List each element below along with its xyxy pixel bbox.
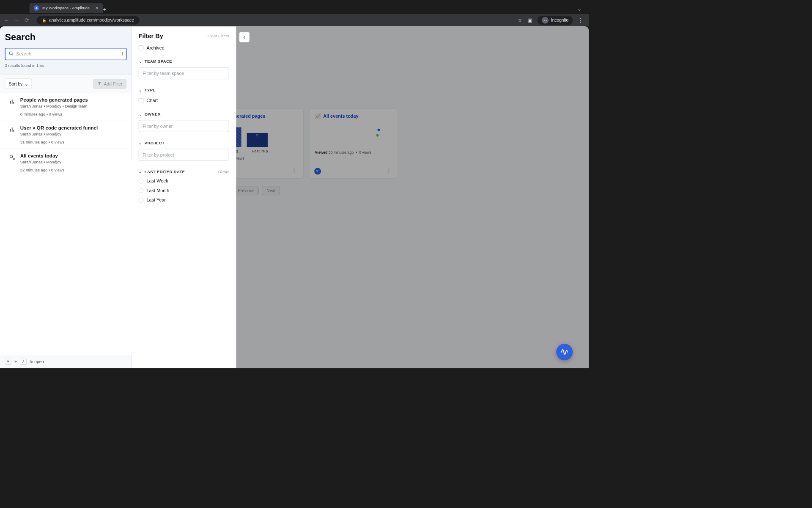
shortcut-label: to open [30,359,44,364]
search-results-count: 3 results found in 1ms [5,63,127,68]
chevron-down-icon: ⌄ [139,112,142,116]
team-space-section-header[interactable]: ⌄ TEAM SPACE [139,59,229,64]
last-week-radio[interactable]: Last Week [139,178,229,183]
chevron-left-icon: ‹ [244,34,245,40]
search-result[interactable]: User > QR code generated funnel Sarah Jo… [0,121,132,149]
radio-icon[interactable] [139,188,144,193]
bar-chart-icon [8,99,16,116]
lock-icon: 🔒 [42,18,47,22]
search-results-list: People who generated pages Sarah Jonas •… [0,93,132,355]
chevron-down-icon: ⌄ [25,81,28,86]
search-icon [8,51,14,57]
radio-label: Last Week [147,178,168,183]
text-cursor-icon: I [121,51,123,57]
svg-rect-3 [12,99,13,104]
search-input[interactable] [16,51,119,57]
project-filter-input[interactable] [139,149,229,161]
collapse-panel-button[interactable]: ‹ [239,32,250,42]
checkbox-icon[interactable] [139,98,144,103]
svg-line-10 [12,157,13,158]
kbd-slash: / [20,359,26,365]
kbd-mod: ⌘ [5,359,11,365]
clear-section-link[interactable]: Clear [218,169,229,174]
sort-by-label: Sort by [9,81,22,86]
radio-icon[interactable] [139,198,144,203]
svg-point-8 [10,155,13,157]
last-edited-section-header[interactable]: ⌄ LAST EDITED DATE Clear [139,169,229,174]
browser-toolbar: ← → ⟳ 🔒 analytics.amplitude.com/moodjoy/… [0,14,589,26]
svg-rect-7 [13,130,14,132]
funnel-icon [8,155,16,172]
tabs-overflow-icon[interactable]: ⌄ [577,6,581,12]
search-result[interactable]: People who generated pages Sarah Jonas •… [0,93,132,121]
svg-rect-4 [13,102,14,104]
result-footer: 6 minutes ago • 0 views [20,112,88,116]
browser-url-text: analytics.amplitude.com/moodjoy/workspac… [49,18,134,23]
svg-rect-6 [12,127,13,132]
extensions-icon[interactable]: ▣ [527,17,532,23]
browser-tab-title: My Workspace - Amplitude [42,6,90,10]
archived-checkbox-row[interactable]: Archived [139,45,229,50]
chevron-down-icon: ⌄ [139,88,142,92]
add-filter-label: Add Filter [104,81,122,86]
chevron-down-icon: ⌄ [139,141,142,145]
incognito-badge[interactable]: 👓 Incognito [538,16,573,25]
clear-filters-link[interactable]: Clear Filters [208,34,229,39]
type-section-header[interactable]: ⌄ TYPE [139,88,229,92]
result-subtitle: Sarah Jonas • Moodjoy [20,160,64,165]
result-subtitle: Sarah Jonas • Moodjoy • Design team [20,104,88,109]
amplitude-favicon-icon: A [34,5,39,11]
browser-tab-bar: A My Workspace - Amplitude ✕ ＋ ⌄ [0,0,589,14]
incognito-icon: 👓 [542,17,549,24]
browser-menu-icon[interactable]: ⋮ [578,17,583,23]
search-panel-title: Search [5,32,127,42]
project-label: PROJECT [145,141,165,145]
radio-label: Last Month [147,188,170,193]
search-shortcut-hint: ⌘ + / to open [0,355,132,368]
chevron-down-icon: ⌄ [139,169,142,174]
owner-filter-input[interactable] [139,120,229,132]
svg-rect-5 [10,129,11,132]
tab-close-icon[interactable]: ✕ [95,6,99,11]
browser-tab[interactable]: A My Workspace - Amplitude ✕ [30,3,103,13]
bar-chart-icon [8,127,16,144]
browser-back-button[interactable]: ← [4,17,9,23]
result-title: People who generated pages [20,97,88,103]
bookmark-star-icon[interactable]: ☆ [518,17,522,23]
result-title: User > QR code generated funnel [20,125,98,131]
type-chart-checkbox-row[interactable]: Chart [139,98,229,103]
add-filter-button[interactable]: Add Filter [93,79,127,89]
filter-panel: Filter By Clear Filters Archived ⌄ TEAM … [132,26,236,368]
svg-point-0 [9,52,12,55]
search-panel: Search I 3 results found in 1ms Sort by … [0,26,132,368]
last-month-radio[interactable]: Last Month [139,188,229,193]
result-subtitle: Sarah Jonas • Moodjoy [20,132,98,137]
sort-by-button[interactable]: Sort by ⌄ [5,79,32,89]
new-tab-button[interactable]: ＋ [102,6,107,13]
team-space-label: TEAM SPACE [145,59,172,64]
browser-reload-button[interactable]: ⟳ [25,17,29,24]
last-year-radio[interactable]: Last Year [139,197,229,202]
svg-line-1 [12,54,13,55]
last-edited-label: LAST EDITED DATE [145,169,185,174]
search-input-wrapper[interactable]: I [5,48,127,60]
browser-forward-button: → [14,17,19,23]
team-space-filter-input[interactable] [139,67,229,79]
search-result[interactable]: All events today Sarah Jonas • Moodjoy 3… [0,149,132,177]
help-fab-button[interactable] [556,344,573,360]
filter-panel-title: Filter By [139,33,163,40]
owner-section-header[interactable]: ⌄ OWNER [139,112,229,116]
chevron-down-icon: ⌄ [139,59,142,64]
amplitude-logo-icon [560,348,568,357]
owner-label: OWNER [145,112,161,116]
type-label: TYPE [145,88,156,92]
result-title: All events today [20,153,64,159]
browser-url-field[interactable]: 🔒 analytics.amplitude.com/moodjoy/worksp… [36,16,140,25]
result-footer: 32 minutes ago • 0 views [20,168,64,172]
result-footer: 31 minutes ago • 0 views [20,140,98,144]
filter-icon [97,81,102,86]
radio-icon[interactable] [139,179,144,184]
checkbox-icon[interactable] [139,45,144,50]
project-section-header[interactable]: ⌄ PROJECT [139,141,229,145]
type-option-label: Chart [147,98,158,103]
